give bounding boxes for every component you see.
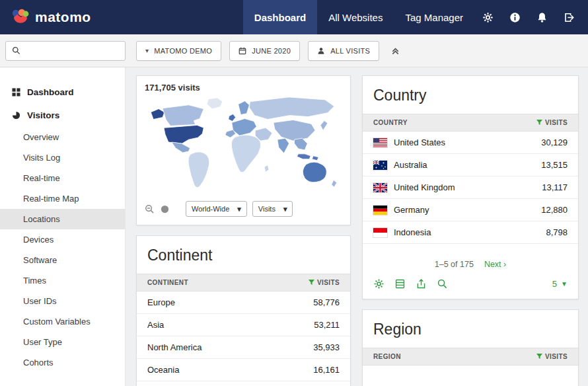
sidebar-item-user-ids[interactable]: User IDs <box>0 291 125 311</box>
sort-funnel-icon <box>536 120 542 126</box>
map-controls: World-Wide ▾ Visits ▾ <box>137 198 350 225</box>
row-label: Australia <box>394 160 427 170</box>
map-visits-count: 171,705 visits <box>137 76 350 94</box>
sidebar-item-cohorts[interactable]: Cohorts <box>0 352 125 373</box>
row-label: Oceania <box>147 365 179 375</box>
sidebar-item-visitors[interactable]: Visitors <box>0 104 125 127</box>
table-row[interactable]: Germany 12,880 <box>363 199 578 221</box>
zoom-out-icon[interactable] <box>145 204 155 214</box>
table-row[interactable]: Australia 13,515 <box>363 154 578 176</box>
sort-funnel-icon <box>309 280 314 286</box>
pagination-next[interactable]: Next › <box>484 260 506 269</box>
page-body: Dashboard Visitors Overview Visits Log R… <box>0 67 588 386</box>
search-icon <box>12 46 20 55</box>
calendar-icon <box>239 47 246 55</box>
row-label: Germany <box>394 205 429 215</box>
row-value: 12,880 <box>541 205 568 215</box>
sidebar-item-dashboard[interactable]: Dashboard <box>0 81 125 104</box>
sidebar-item-user-type[interactable]: User Type <box>0 332 125 352</box>
row-label: Asia <box>147 320 164 330</box>
export-icon[interactable] <box>416 278 427 290</box>
table-row[interactable]: Asia 53,211 <box>137 314 350 336</box>
map-home-icon[interactable] <box>160 204 170 214</box>
table-row[interactable]: United Kingdom 13,117 <box>363 176 578 199</box>
region-widget: Region REGION VISITS <box>362 309 579 386</box>
right-column: Country COUNTRY VISITS <box>362 75 579 378</box>
left-column: 171,705 visits <box>136 75 351 378</box>
row-label: North America <box>147 342 202 352</box>
chevron-down-icon: ▾ <box>145 47 149 54</box>
row-limit-select[interactable]: 5 ▼ <box>552 279 568 289</box>
sidebar-item-real-time[interactable]: Real-time <box>0 168 125 188</box>
pagination-range: 1–5 of 175 <box>435 260 474 269</box>
row-value: 8,798 <box>546 227 568 237</box>
map-region-select[interactable]: World-Wide ▾ <box>186 201 247 217</box>
search-rows-icon[interactable] <box>437 278 448 290</box>
main-content: 171,705 visits <box>126 67 588 386</box>
sidebar-item-software[interactable]: Software <box>0 250 125 270</box>
region-visits-sort[interactable]: VISITS <box>536 353 568 360</box>
site-selector[interactable]: ▾ MATOMO DEMO <box>136 41 221 61</box>
continent-visits-sort[interactable]: VISITS <box>309 279 340 286</box>
sidebar-item-locations[interactable]: Locations <box>0 209 125 229</box>
table-row[interactable]: United States 30,129 <box>363 132 578 154</box>
country-visits-sort[interactable]: VISITS <box>536 119 568 126</box>
flag-id-icon <box>373 228 387 237</box>
search-input[interactable] <box>25 46 128 56</box>
table-row[interactable]: Europe 58,776 <box>137 291 350 314</box>
row-value: 58,776 <box>313 297 340 307</box>
sidebar-item-visits-log[interactable]: Visits Log <box>0 147 125 168</box>
period-selector[interactable]: JUNE 2020 <box>229 41 300 61</box>
info-icon[interactable] <box>501 0 529 34</box>
flag-us-icon <box>373 138 387 147</box>
left-sidebar: Dashboard Visitors Overview Visits Log R… <box>0 67 126 386</box>
signout-icon[interactable] <box>556 0 583 34</box>
continent-widget: Continent CONTINENT VISITS Europe 58,776 <box>136 235 351 386</box>
main-nav: Dashboard All Websites Tag Manager <box>243 0 588 34</box>
chevron-down-icon: ▾ <box>283 205 287 213</box>
cog-icon[interactable] <box>373 278 385 290</box>
nav-tag-manager[interactable]: Tag Manager <box>394 0 474 34</box>
sidebar-item-real-time-map[interactable]: Real-time Map <box>0 188 125 209</box>
map-metric-select[interactable]: Visits ▾ <box>252 201 293 217</box>
row-value: 30,129 <box>541 137 568 147</box>
row-label: Indonesia <box>394 227 431 237</box>
continent-visits-header-label: VISITS <box>317 279 340 286</box>
chevron-down-icon: ▼ <box>561 280 568 288</box>
segment-label: ALL VISITS <box>330 47 370 55</box>
collapse-toolbar-icon[interactable] <box>391 46 400 55</box>
row-value: 35,933 <box>313 342 340 352</box>
table-row[interactable]: Indonesia 8,798 <box>363 221 578 244</box>
notifications-bell-icon[interactable] <box>529 0 556 34</box>
country-table-header: COUNTRY VISITS <box>363 114 578 132</box>
sidebar-item-devices[interactable]: Devices <box>0 229 125 250</box>
sort-funnel-icon <box>536 354 542 360</box>
brand-name: matomo <box>35 9 91 25</box>
row-value: 53,211 <box>314 320 340 330</box>
map-metric-value: Visits <box>258 205 276 213</box>
country-visits-header-label: VISITS <box>545 119 568 126</box>
segment-selector[interactable]: ALL VISITS <box>308 41 379 61</box>
nav-all-websites[interactable]: All Websites <box>317 0 394 34</box>
nav-dashboard[interactable]: Dashboard <box>243 0 317 34</box>
row-label: United Kingdom <box>394 182 455 192</box>
region-table-header: REGION VISITS <box>363 348 578 366</box>
site-selector-label: MATOMO DEMO <box>154 47 212 55</box>
matomo-logo[interactable]: matomo <box>0 0 103 34</box>
settings-icon[interactable] <box>474 0 501 34</box>
world-map[interactable] <box>137 94 350 198</box>
table-row[interactable]: North America 35,933 <box>137 336 350 359</box>
flag-au-icon <box>373 161 387 170</box>
table-row[interactable]: Oceania 16,161 <box>137 359 350 381</box>
flag-de-icon <box>373 206 387 215</box>
period-label: JUNE 2020 <box>252 47 291 55</box>
sidebar-item-custom-variables[interactable]: Custom Variables <box>0 311 125 332</box>
row-value: 13,515 <box>541 160 568 170</box>
sidebar-item-times[interactable]: Times <box>0 270 125 291</box>
continent-title: Continent <box>137 236 350 274</box>
search-box[interactable] <box>5 41 126 61</box>
report-table-icon[interactable] <box>394 278 406 290</box>
continent-table-header: CONTINENT VISITS <box>137 274 350 291</box>
selector-toolbar: ▾ MATOMO DEMO JUNE 2020 ALL VISITS <box>0 34 588 67</box>
sidebar-item-overview[interactable]: Overview <box>0 127 125 147</box>
